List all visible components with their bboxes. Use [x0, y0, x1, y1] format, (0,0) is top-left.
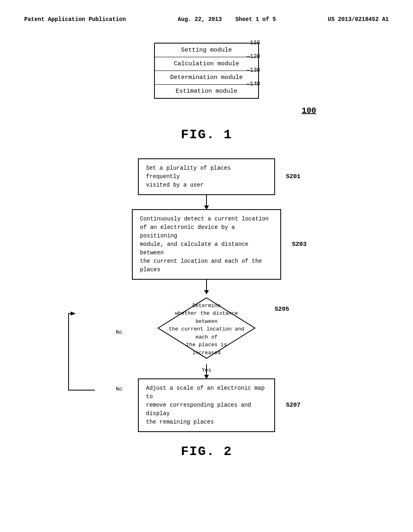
- fig2-diagram: Set a plurality of places frequently vis…: [24, 158, 389, 432]
- step-s203-box: Continuously detect a current location o…: [132, 209, 281, 280]
- header-left: Patent Application Publication: [24, 16, 126, 23]
- no-branch: No: [116, 329, 124, 335]
- step-s203-wrapper: Continuously detect a current location o…: [86, 209, 327, 280]
- module-label-110: —110: [246, 39, 260, 46]
- step-s205-label: S205: [275, 306, 289, 313]
- arrow-s201-s203: [206, 195, 207, 209]
- module-label-120: —120: [246, 53, 260, 60]
- step-s201-text: Set a plurality of places frequently vis…: [146, 165, 231, 188]
- no-label-display: No: [116, 386, 122, 392]
- arrow-s205-s207: [206, 364, 207, 378]
- page-header: Patent Application Publication Aug. 22, …: [24, 16, 389, 23]
- fig1-title: FIG. 1: [24, 127, 389, 142]
- step-s207-box: Adjust a scale of an electronic map to r…: [138, 378, 275, 432]
- step-s205-text: Determine whether the distance between t…: [166, 301, 247, 357]
- arrow-s203-s205: [206, 280, 207, 294]
- module-name-110: Setting module: [181, 47, 232, 54]
- svg-marker-1: [71, 312, 76, 316]
- module-row-110: —110 Setting module: [155, 44, 258, 57]
- module-name-120: Calculation module: [174, 60, 239, 67]
- module-row-120: —120 Calculation module: [155, 57, 258, 71]
- step-s207-text: Adjust a scale of an electronic map to r…: [146, 385, 265, 425]
- step-s203-text: Continuously detect a current location o…: [140, 216, 269, 273]
- step-s201-label: S201: [286, 172, 300, 181]
- no-label: No: [116, 329, 122, 335]
- fig2-title: FIG. 2: [24, 444, 389, 459]
- step-s201-box: Set a plurality of places frequently vis…: [138, 158, 275, 195]
- step-s201-wrapper: Set a plurality of places frequently vis…: [138, 158, 275, 195]
- step-s203-label: S203: [292, 240, 307, 249]
- fig1-ref: 100: [302, 106, 316, 115]
- page: Patent Application Publication Aug. 22, …: [0, 0, 413, 532]
- module-row-130: —130 Determination module: [155, 71, 258, 85]
- step-s205-area: No Determine whether the distance betwee…: [86, 294, 327, 364]
- step-s207-wrapper: Adjust a scale of an electronic map to r…: [138, 378, 275, 432]
- module-row-140: —140 Estimation module: [155, 85, 258, 98]
- module-label-130: —130: [246, 67, 260, 73]
- header-right: US 2013/0218452 A1: [328, 16, 389, 23]
- module-box: —110 Setting module —120 Calculation mod…: [154, 43, 259, 99]
- module-label-140: —140: [246, 81, 260, 87]
- module-name-130: Determination module: [170, 74, 243, 81]
- diamond-wrapper: Determine whether the distance between t…: [154, 294, 259, 364]
- fig1-diagram: —110 Setting module —120 Calculation mod…: [24, 43, 389, 115]
- header-center: Aug. 22, 2013 Sheet 1 of 5: [178, 16, 276, 23]
- module-name-140: Estimation module: [175, 88, 237, 95]
- step-s207-label: S207: [286, 401, 300, 410]
